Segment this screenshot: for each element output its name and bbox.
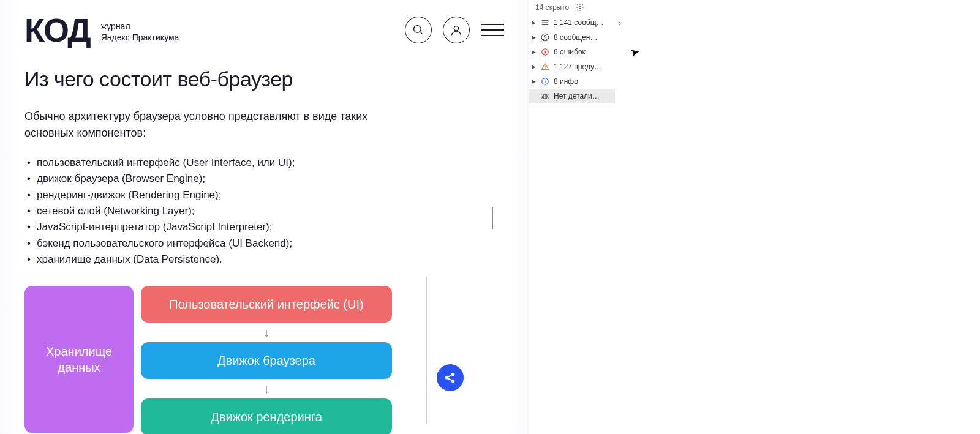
list-item: движок браузера (Browser Engine);	[24, 171, 504, 187]
chevron-right-icon: ▶	[532, 20, 537, 26]
user-circle-icon	[540, 32, 550, 42]
site-header: КОД журнал Яндекс Практикума	[24, 13, 504, 47]
svg-point-4	[451, 373, 455, 376]
console-filter-warnings[interactable]: ▶ 1 127 преду…	[529, 59, 615, 74]
svg-point-2	[454, 26, 458, 31]
svg-point-0	[414, 26, 421, 33]
list-item: сетевой слой (Networking Layer);	[24, 203, 504, 219]
chevron-right-icon: ›	[619, 19, 621, 28]
search-icon	[412, 24, 424, 36]
page-title: Из чего состоит веб-браузер	[24, 67, 504, 91]
console-sidebar: ▶ 1 141 сообщ… ▶ 8 сообщен… ▶ 6 ошибок	[529, 15, 615, 103]
logo[interactable]: КОД	[24, 13, 90, 47]
svg-line-1	[420, 32, 423, 34]
console-filter-user[interactable]: ▶ 8 сообщен…	[529, 30, 615, 45]
profile-button[interactable]	[443, 17, 470, 43]
list-item: пользовательский интерфейс (User Interfa…	[24, 155, 504, 171]
svg-point-13	[544, 36, 546, 38]
list-item: бэкенд пользовательского интерфейса (UI …	[24, 236, 504, 252]
logo-subtitle: журнал Яндекс Практикума	[101, 21, 179, 43]
error-icon	[540, 47, 550, 57]
arrow-down-icon: ↓	[263, 323, 270, 342]
share-button[interactable]	[437, 364, 464, 391]
devtools-panel: 14 скрыто ▶ 1 141 сообщ… ▶ 8 сообщен… ▶	[529, 0, 980, 434]
list-icon	[540, 18, 550, 28]
svg-line-24	[541, 95, 543, 95]
info-icon	[540, 77, 550, 86]
diagram-ui-box: Пользовательский интерфейс (UI)	[141, 286, 392, 323]
svg-line-26	[541, 97, 543, 98]
list-item: JavaScript-интерпретатор (JavaScript Int…	[24, 219, 504, 235]
chevron-right-icon: ▶	[532, 64, 537, 70]
svg-point-18	[545, 69, 546, 69]
logo-text: КОД	[24, 13, 90, 47]
arrow-down-icon: ↓	[263, 379, 270, 398]
chevron-right-icon: ▶	[532, 49, 537, 55]
console-filter-errors[interactable]: ▶ 6 ошибок	[529, 45, 615, 59]
svg-point-8	[579, 6, 582, 9]
hamburger-icon	[481, 24, 504, 25]
diagram-render-box: Движок рендеринга	[141, 398, 392, 434]
console-filter-messages[interactable]: ▶ 1 141 сообщ…	[529, 15, 615, 30]
scroll-indicator[interactable]	[491, 207, 493, 229]
menu-button[interactable]	[481, 21, 504, 39]
share-icon	[443, 371, 457, 384]
vertical-divider	[426, 277, 427, 424]
search-button[interactable]	[405, 17, 432, 43]
svg-point-21	[545, 80, 546, 80]
chevron-right-icon: ▶	[532, 34, 537, 40]
svg-point-5	[451, 380, 455, 383]
hidden-count: 14 скрыто	[535, 3, 569, 12]
console-filter-verbose[interactable]: Нет детали…	[529, 89, 615, 103]
list-item: хранилище данных (Data Persistence).	[24, 252, 504, 268]
console-prompt[interactable]: ›	[615, 15, 625, 103]
settings-button[interactable]	[575, 2, 585, 12]
svg-line-25	[548, 95, 549, 95]
components-list: пользовательский интерфейс (User Interfa…	[24, 155, 504, 268]
svg-line-27	[548, 97, 549, 98]
bug-icon	[540, 91, 550, 101]
svg-line-7	[448, 378, 452, 380]
diagram-storage-box: Хранилище данных	[24, 286, 134, 433]
svg-line-6	[448, 375, 452, 377]
gear-icon	[576, 3, 584, 12]
console-filter-info[interactable]: ▶ 8 инфо	[529, 74, 615, 89]
list-item: рендеринг-движок (Rendering Engine);	[24, 187, 504, 203]
warning-icon	[540, 62, 550, 72]
devtools-toolbar: 14 скрыто	[529, 0, 980, 15]
architecture-diagram: Хранилище данных ← Пользовательский инте…	[24, 286, 504, 434]
chevron-right-icon: ▶	[532, 78, 537, 84]
intro-text: Обычно архитектуру браузера условно пред…	[24, 108, 392, 141]
svg-point-3	[445, 376, 449, 380]
diagram-engine-box: Движок браузера	[141, 342, 392, 379]
user-icon	[450, 23, 463, 37]
